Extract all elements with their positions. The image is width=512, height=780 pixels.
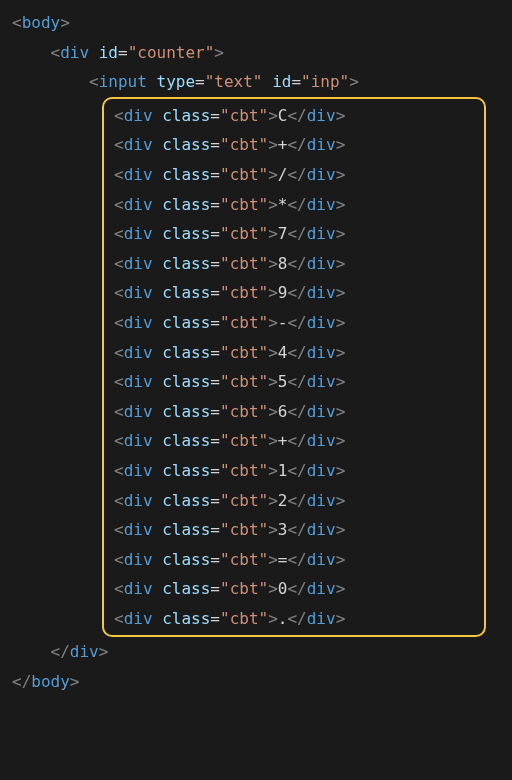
code-line-body-close[interactable]: </body> [0,667,512,697]
code-line-cbt-13[interactable]: <div class="cbt">2</div> [104,486,484,516]
code-line-cbt-2[interactable]: <div class="cbt">/</div> [104,160,484,190]
code-line-cbt-14[interactable]: <div class="cbt">3</div> [104,515,484,545]
code-line-div-close[interactable]: </div> [0,637,512,667]
code-line-cbt-15[interactable]: <div class="cbt">=</div> [104,545,484,575]
code-line-cbt-9[interactable]: <div class="cbt">5</div> [104,367,484,397]
code-line-body-open[interactable]: <body> [0,8,512,38]
code-line-cbt-5[interactable]: <div class="cbt">8</div> [104,249,484,279]
code-line-input[interactable]: <input type="text" id="inp"> [0,67,512,97]
code-line-cbt-6[interactable]: <div class="cbt">9</div> [104,278,484,308]
code-line-cbt-0[interactable]: <div class="cbt">C</div> [104,101,484,131]
code-line-cbt-17[interactable]: <div class="cbt">.</div> [104,604,484,634]
code-line-cbt-7[interactable]: <div class="cbt">-</div> [104,308,484,338]
code-line-cbt-4[interactable]: <div class="cbt">7</div> [104,219,484,249]
code-line-counter-open[interactable]: <div id="counter"> [0,38,512,68]
code-line-cbt-1[interactable]: <div class="cbt">+</div> [104,130,484,160]
selection-highlight: <div class="cbt">C</div><div class="cbt"… [102,97,486,638]
code-line-cbt-3[interactable]: <div class="cbt">*</div> [104,190,484,220]
code-line-cbt-11[interactable]: <div class="cbt">+</div> [104,426,484,456]
code-line-cbt-10[interactable]: <div class="cbt">6</div> [104,397,484,427]
code-line-cbt-16[interactable]: <div class="cbt">0</div> [104,574,484,604]
code-line-cbt-8[interactable]: <div class="cbt">4</div> [104,338,484,368]
code-line-cbt-12[interactable]: <div class="cbt">1</div> [104,456,484,486]
